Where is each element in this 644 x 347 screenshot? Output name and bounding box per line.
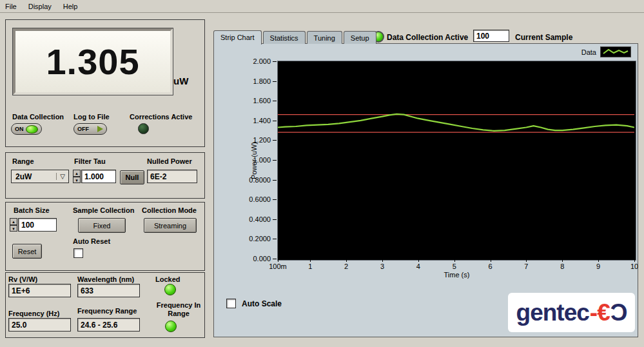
wavelength-label: Wavelength (nm) <box>77 275 134 283</box>
y-axis-tick-label: 2.000 <box>236 57 271 65</box>
collection-mode-value: Streaming <box>154 222 186 230</box>
corrections-active-label: Corrections Active <box>130 113 192 121</box>
log-to-file-label: Log to File <box>73 113 110 121</box>
legend-line-icon <box>602 48 629 56</box>
strip-chart-tab-panel: Data Power (uW) 2.0001.8001.6001.4001.20… <box>213 43 638 337</box>
menu-item-display[interactable]: Display <box>28 3 52 10</box>
corrections-active-led-icon <box>138 123 149 134</box>
locked-led-icon <box>164 284 176 295</box>
y-axis-tick-mark <box>273 140 277 141</box>
collection-mode-button[interactable]: Streaming <box>144 218 197 233</box>
reset-button[interactable]: Reset <box>12 244 42 259</box>
y-axis-tick-mark <box>273 239 277 239</box>
tab-tuning[interactable]: Tuning <box>307 31 342 44</box>
reset-button-label: Reset <box>18 248 37 255</box>
auto-scale-label: Auto Scale <box>242 299 282 308</box>
spinner-up-icon[interactable]: ▲ <box>73 170 81 177</box>
y-axis-tick-mark <box>273 61 277 62</box>
collection-mode-label: Collection Mode <box>142 206 197 214</box>
x-axis-tick-label: 1 <box>296 263 324 270</box>
spinner-up-icon[interactable]: ▲ <box>10 218 17 225</box>
spinner-down-icon[interactable]: ▼ <box>73 177 81 184</box>
y-axis-tick-mark <box>273 259 277 259</box>
log-to-file-toggle-state: OFF <box>77 126 89 132</box>
menu-bar: File Display Help <box>0 0 644 13</box>
x-axis-tick-label: 3 <box>368 263 396 270</box>
data-collection-active-label: Data Collection Active <box>387 33 468 42</box>
chevron-down-icon[interactable]: ▽ <box>56 173 68 180</box>
y-axis-tick-label: 1.400 <box>236 117 271 124</box>
x-axis-tick-label: 8 <box>548 263 576 270</box>
x-axis-tick-label: 9 <box>584 263 612 270</box>
range-label: Range <box>12 157 34 165</box>
tab-label: Setup <box>351 34 369 42</box>
x-axis-tick-mark <box>491 259 491 262</box>
y-axis-tick-mark <box>273 121 277 121</box>
wavelength-field: 633 <box>77 284 140 297</box>
x-axis-tick-mark <box>278 259 278 262</box>
frequency-in-range-led-icon <box>165 321 177 332</box>
auto-scale-control: Auto Scale <box>226 299 282 308</box>
meter-display: 1.305 <box>13 28 173 95</box>
y-axis-tick-mark <box>273 219 277 220</box>
sample-collection-button[interactable]: Fixed <box>78 218 126 233</box>
range-dropdown[interactable]: 2uW ▽ <box>11 170 69 183</box>
filter-tau-label: Filter Tau <box>74 157 106 165</box>
info-panel: Rv (V/W) 1E+6 Wavelength (nm) 633 Locked… <box>5 272 205 338</box>
plot-area <box>277 61 636 261</box>
auto-reset-checkbox[interactable] <box>73 248 83 258</box>
frequency-label: Frequency (Hz) <box>8 310 59 317</box>
x-axis-tick-mark <box>310 259 311 262</box>
y-axis-tick-label: 0.6000 <box>236 195 271 203</box>
y-axis-tick-mark <box>273 101 277 101</box>
filter-tau-value: 1.000 <box>84 172 104 181</box>
legend-line-sample <box>600 46 631 57</box>
frequency-range-value: 24.6 - 25.6 <box>81 321 117 330</box>
x-axis-tick-mark <box>526 259 527 262</box>
chart-legend[interactable]: Data <box>581 46 631 57</box>
tab-label: Tuning <box>314 34 335 42</box>
frequency-field: 25.0 <box>8 318 71 332</box>
x-axis-tick-mark <box>346 259 347 262</box>
log-to-file-toggle[interactable]: OFF <box>73 123 107 135</box>
current-sample-value: 100 <box>476 32 489 41</box>
x-axis-tick-label: 10 <box>620 263 644 270</box>
y-axis-tick-mark <box>273 160 277 161</box>
logo-text: gentec <box>516 299 589 326</box>
batch-size-field[interactable]: 100 <box>18 218 57 232</box>
null-button-label: Null <box>126 174 139 181</box>
rv-value: 1E+6 <box>12 286 30 295</box>
x-axis-tick-mark <box>454 259 455 262</box>
tab-setup[interactable]: Setup <box>344 31 376 44</box>
x-axis-tick-mark <box>418 259 419 262</box>
batch-size-stepper[interactable]: ▲ ▼ <box>10 218 17 232</box>
batch-size-value: 100 <box>21 221 34 230</box>
auto-scale-checkbox[interactable] <box>226 299 236 308</box>
x-axis-tick-mark <box>382 259 383 262</box>
filter-tau-field[interactable]: 1.000 <box>81 170 116 183</box>
data-collection-toggle[interactable]: ON <box>11 123 42 135</box>
frequency-range-label: Frequency Range <box>77 307 137 315</box>
sample-collection-value: Fixed <box>93 222 111 230</box>
menu-item-help[interactable]: Help <box>63 3 78 10</box>
x-axis-tick-label: 4 <box>404 263 433 270</box>
y-axis-tick-mark <box>273 180 277 181</box>
filter-tau-stepper[interactable]: ▲ ▼ <box>73 170 81 183</box>
y-axis-tick-mark <box>273 199 277 200</box>
menu-item-file[interactable]: File <box>5 3 17 10</box>
tab-statistics[interactable]: Statistics <box>263 31 306 44</box>
y-axis-tick-label: 1.600 <box>236 97 271 104</box>
x-axis-title: Time (s) <box>278 271 636 279</box>
tab-strip-chart[interactable]: Strip Chart <box>213 30 262 45</box>
nulled-power-label: Nulled Power <box>147 157 192 165</box>
frequency-range-field: 24.6 - 25.6 <box>77 318 140 332</box>
spinner-down-icon[interactable]: ▼ <box>10 225 17 232</box>
rv-label: Rv (V/W) <box>8 275 37 283</box>
y-axis-tick-label: 1.800 <box>236 77 271 85</box>
x-axis-tick-mark <box>634 259 635 262</box>
x-axis-tick-mark <box>598 259 599 262</box>
y-axis-tick-label: 0.8000 <box>236 176 271 184</box>
nulled-power-value: 6E-2 <box>150 172 166 181</box>
null-button[interactable]: Null <box>120 170 144 184</box>
tab-label: Strip Chart <box>220 34 255 41</box>
